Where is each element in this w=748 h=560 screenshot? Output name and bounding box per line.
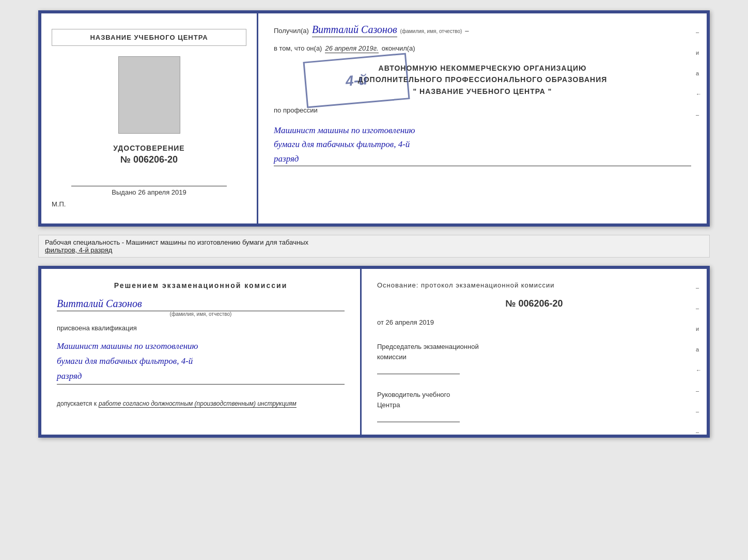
cert-chairman-title: Председатель экзаменационной комиссии: [377, 342, 691, 362]
diploma-right-panel: Получил(а) Витталий Сазонов (фамилия, им…: [258, 13, 707, 223]
diploma-udost-title: УДОСТОВЕРЕНИЕ: [52, 144, 246, 152]
side-mark-4: ←: [696, 91, 702, 97]
cert-qual-line3: разряд: [57, 369, 345, 384]
cert-side-marks: – – и а ← – – –: [696, 284, 702, 435]
diploma-school-name: НАЗВАНИЕ УЧЕБНОГО ЦЕНТРА: [52, 29, 246, 46]
diploma-poluchil-label: Получил(а): [274, 27, 309, 35]
diploma-stamp: 4-й: [303, 53, 410, 108]
cert-document: Решением экзаменационной комиссии Виттал…: [38, 266, 710, 438]
side-mark-1: –: [696, 29, 702, 35]
side-mark-5: –: [696, 111, 702, 118]
cert-date-prefix: от: [377, 318, 384, 326]
cert-side-mark-5: ←: [696, 367, 702, 373]
cert-person-subtitle: (фамилия, имя, отчество): [57, 311, 345, 317]
cert-qual-line2: бумаги для табачных фильтров, 4-й: [57, 354, 345, 369]
cert-head-title: Руководитель учебного Центра: [377, 390, 691, 410]
cert-side-mark-7: –: [696, 408, 702, 414]
diploma-profession-line1: Машинист машины по изготовлению: [274, 123, 691, 137]
diploma-profession-line3: разряд: [274, 152, 691, 166]
cert-date-value: 26 апреля 2019: [386, 318, 434, 326]
diploma-side-marks: – и а ← –: [696, 29, 702, 118]
cert-date-line: от 26 апреля 2019: [377, 318, 691, 326]
cert-qual-line1: Машинист машины по изготовлению: [57, 339, 345, 354]
cert-left-panel: Решением экзаменационной комиссии Виттал…: [41, 269, 362, 435]
cert-allowed-value: работе согласно должностным (производств…: [99, 400, 297, 408]
diploma-issued-date: 26 апреля 2019: [138, 188, 186, 196]
cert-person-name: Витталий Сазонов: [57, 298, 345, 311]
diploma-profession-value: Машинист машины по изготовлению бумаги д…: [274, 123, 691, 166]
cert-right-panel: Основание: протокол экзаменационной коми…: [362, 269, 707, 435]
cert-chairman-title-line1: Председатель экзаменационной: [377, 343, 479, 350]
diploma-recipient-subtitle: (фамилия, имя, отчество): [400, 28, 462, 34]
cert-allowed-label: допускается к: [57, 400, 97, 407]
cert-assigned-label: присвоена квалификация: [57, 324, 345, 332]
cert-allowed-line: допускается к работе согласно должностны…: [57, 400, 345, 408]
cert-side-mark-2: –: [696, 305, 702, 311]
cert-person-block: Витталий Сазонов (фамилия, имя, отчество…: [57, 295, 345, 317]
cert-protocol-number: № 006206-20: [377, 298, 691, 309]
cert-head-block: Руководитель учебного Центра: [377, 390, 691, 422]
cert-side-mark-6: –: [696, 388, 702, 394]
diploma-recipient-name: Витталий Сазонов: [312, 24, 397, 37]
cert-head-title-line2: Центра: [377, 401, 400, 409]
cert-chairman-signature-line: [377, 366, 460, 374]
diploma-profession-label: по профессии: [274, 106, 691, 114]
cert-side-mark-8: –: [696, 429, 702, 435]
diploma-udost-block: УДОСТОВЕРЕНИЕ № 006206-20: [52, 144, 246, 165]
cert-side-mark-3: и: [696, 326, 702, 332]
diploma-vtom-line: в том, что он(а) 26 апреля 2019г. окончи…: [274, 44, 691, 53]
diploma-recipient-line: Получил(а) Витталий Сазонов (фамилия, им…: [274, 24, 691, 37]
diploma-stamp-number: 4-й: [345, 70, 368, 91]
diploma-issued: Выдано 26 апреля 2019: [71, 186, 227, 196]
diploma-dash1: –: [465, 27, 469, 35]
diploma-udost-number: № 006206-20: [52, 154, 246, 165]
diploma-vtom-label: в том, что он(а): [274, 44, 322, 52]
info-bar-text: Рабочая специальность - Машинист машины …: [45, 238, 308, 246]
diploma-okonchil-label: окончил(а): [382, 44, 415, 52]
diploma-photo: [118, 56, 180, 134]
diploma-left-panel: НАЗВАНИЕ УЧЕБНОГО ЦЕНТРА УДОСТОВЕРЕНИЕ №…: [41, 13, 258, 223]
cert-side-mark-4: а: [696, 346, 702, 353]
diploma-vtom-date: 26 апреля 2019г.: [325, 44, 378, 53]
cert-head-title-line1: Руководитель учебного: [377, 391, 450, 398]
cert-side-mark-1: –: [696, 284, 702, 291]
side-mark-2: и: [696, 50, 702, 56]
cert-chairman-block: Председатель экзаменационной комиссии: [377, 342, 691, 374]
cert-basis-title: Основание: протокол экзаменационной коми…: [377, 281, 691, 289]
diploma-stamp-area: АВТОНОМНУЮ НЕКОММЕРЧЕСКУЮ ОРГАНИЗАЦИЮ ДО…: [274, 62, 691, 97]
cert-head-signature-line: [377, 414, 460, 422]
diploma-stamp-inner: 4-й: [342, 68, 370, 93]
diploma-document: НАЗВАНИЕ УЧЕБНОГО ЦЕНТРА УДОСТОВЕРЕНИЕ №…: [38, 10, 710, 227]
cert-qualification: Машинист машины по изготовлению бумаги д…: [57, 339, 345, 385]
side-mark-3: а: [696, 70, 702, 76]
cert-chairman-title-line2: комиссии: [377, 353, 407, 361]
info-bar: Рабочая специальность - Машинист машины …: [38, 235, 710, 258]
diploma-profession-line2: бумаги для табачных фильтров, 4-й: [274, 137, 691, 151]
diploma-mp: М.П.: [52, 200, 66, 208]
diploma-issued-label: Выдано: [112, 188, 136, 196]
cert-decision-title: Решением экзаменационной комиссии: [57, 281, 345, 290]
info-bar-underline: фильтров, 4-й разряд: [45, 246, 112, 254]
